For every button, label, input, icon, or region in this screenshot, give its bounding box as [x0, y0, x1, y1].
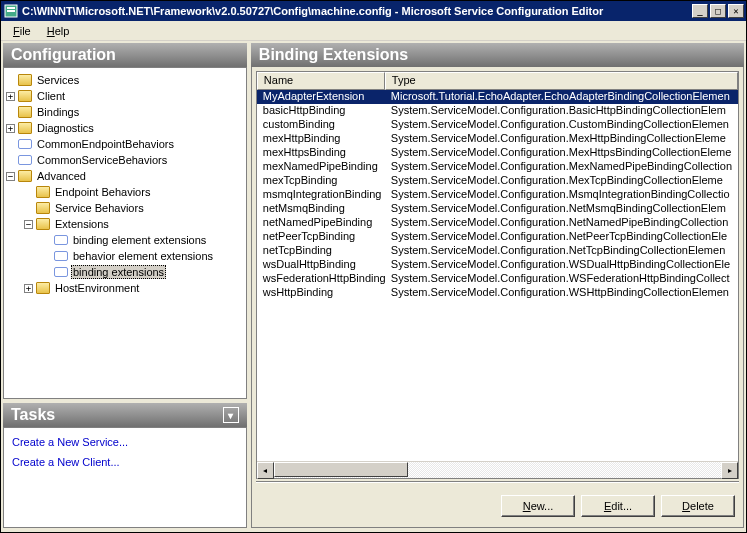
list-row[interactable]: msmqIntegrationBindingSystem.ServiceMode…	[257, 188, 738, 202]
list-row[interactable]: wsFederationHttpBindingSystem.ServiceMod…	[257, 272, 738, 286]
expander-icon[interactable]: +	[6, 124, 15, 133]
cell-name: mexHttpBinding	[257, 132, 385, 146]
cell-type: System.ServiceModel.Configuration.MexHtt…	[385, 146, 738, 160]
collapse-icon[interactable]: −	[24, 220, 33, 229]
folder-icon	[36, 282, 50, 294]
svg-rect-2	[7, 10, 15, 12]
cell-type: System.ServiceModel.Configuration.MsmqIn…	[385, 188, 738, 202]
list-row[interactable]: wsHttpBindingSystem.ServiceModel.Configu…	[257, 286, 738, 300]
cell-name: wsHttpBinding	[257, 286, 385, 300]
tree-service-behaviors[interactable]: Service Behaviors	[24, 200, 244, 216]
cell-name: netTcpBinding	[257, 244, 385, 258]
expander-icon[interactable]: +	[6, 92, 15, 101]
expander-icon[interactable]: +	[24, 284, 33, 293]
button-row: New... Edit... Delete	[256, 487, 739, 523]
cell-name: mexTcpBinding	[257, 174, 385, 188]
close-button[interactable]: ✕	[728, 4, 744, 18]
folder-icon	[18, 90, 32, 102]
list-row[interactable]: mexNamedPipeBindingSystem.ServiceModel.C…	[257, 160, 738, 174]
cell-name: netMsmqBinding	[257, 202, 385, 216]
folder-icon	[18, 106, 32, 118]
collapse-icon[interactable]: −	[6, 172, 15, 181]
cell-name: MyAdapterExtension	[257, 90, 385, 104]
list-row[interactable]: mexHttpsBindingSystem.ServiceModel.Confi…	[257, 146, 738, 160]
tree-bindings[interactable]: Bindings	[6, 104, 244, 120]
cell-type: System.ServiceModel.Configuration.MexNam…	[385, 160, 738, 174]
right-panel-title: Binding Extensions	[259, 46, 408, 64]
list-row[interactable]: MyAdapterExtensionMicrosoft.Tutorial.Ech…	[257, 90, 738, 104]
list-row[interactable]: mexHttpBindingSystem.ServiceModel.Config…	[257, 132, 738, 146]
cell-type: System.ServiceModel.Configuration.NetTcp…	[385, 244, 738, 258]
tree-common-endpoint-behaviors[interactable]: CommonEndpointBehaviors	[6, 136, 244, 152]
menu-help[interactable]: Help	[41, 23, 76, 39]
tree-endpoint-behaviors[interactable]: Endpoint Behaviors	[24, 184, 244, 200]
tree-binding-extensions[interactable]: binding extensions	[42, 264, 244, 280]
list-row[interactable]: wsDualHttpBindingSystem.ServiceModel.Con…	[257, 258, 738, 272]
node-icon	[54, 251, 68, 261]
list-row[interactable]: netPeerTcpBindingSystem.ServiceModel.Con…	[257, 230, 738, 244]
scroll-thumb[interactable]	[274, 462, 408, 477]
new-button[interactable]: New...	[501, 495, 575, 517]
cell-name: basicHttpBinding	[257, 104, 385, 118]
task-new-service[interactable]: Create a New Service...	[6, 432, 244, 452]
svg-rect-1	[7, 7, 15, 9]
list-row[interactable]: basicHttpBindingSystem.ServiceModel.Conf…	[257, 104, 738, 118]
cell-type: System.ServiceModel.Configuration.NetMsm…	[385, 202, 738, 216]
folder-icon	[36, 202, 50, 214]
configuration-tree[interactable]: Services +Client Bindings +Diagnostics C…	[3, 67, 247, 399]
titlebar: C:\WINNT\Microsoft.NET\Framework\v2.0.50…	[1, 1, 746, 21]
col-header-name[interactable]: Name	[257, 72, 385, 90]
tree-common-service-behaviors[interactable]: CommonServiceBehaviors	[6, 152, 244, 168]
list-row[interactable]: netTcpBindingSystem.ServiceModel.Configu…	[257, 244, 738, 258]
folder-icon	[18, 122, 32, 134]
list-header: Name Type	[257, 72, 738, 90]
cell-name: msmqIntegrationBinding	[257, 188, 385, 202]
chevron-down-icon[interactable]: ▾	[223, 407, 239, 423]
delete-button[interactable]: Delete	[661, 495, 735, 517]
binding-extensions-list[interactable]: Name Type MyAdapterExtensionMicrosoft.Tu…	[256, 71, 739, 479]
node-icon	[18, 155, 32, 165]
configuration-header: Configuration	[3, 43, 247, 67]
cell-name: netPeerTcpBinding	[257, 230, 385, 244]
window-title: C:\WINNT\Microsoft.NET\Framework\v2.0.50…	[22, 5, 692, 17]
tree-behavior-element-extensions[interactable]: behavior element extensions	[42, 248, 244, 264]
cell-name: wsDualHttpBinding	[257, 258, 385, 272]
tree-services[interactable]: Services	[6, 72, 244, 88]
scroll-left-icon[interactable]: ◂	[257, 462, 274, 479]
col-header-type[interactable]: Type	[385, 72, 738, 90]
list-row[interactable]: netNamedPipeBindingSystem.ServiceModel.C…	[257, 216, 738, 230]
node-icon	[54, 235, 68, 245]
task-new-client[interactable]: Create a New Client...	[6, 452, 244, 472]
folder-icon	[18, 74, 32, 86]
tree-host-environment[interactable]: +HostEnvironment	[24, 280, 244, 296]
scroll-right-icon[interactable]: ▸	[721, 462, 738, 479]
cell-type: System.ServiceModel.Configuration.Custom…	[385, 118, 738, 132]
tree-advanced[interactable]: −Advanced	[6, 168, 244, 184]
list-row[interactable]: netMsmqBindingSystem.ServiceModel.Config…	[257, 202, 738, 216]
minimize-button[interactable]: _	[692, 4, 708, 18]
tree-extensions[interactable]: −Extensions	[24, 216, 244, 232]
folder-icon	[18, 170, 32, 182]
cell-name: customBinding	[257, 118, 385, 132]
cell-type: System.ServiceModel.Configuration.MexTcp…	[385, 174, 738, 188]
horizontal-scrollbar[interactable]: ◂ ▸	[257, 461, 738, 478]
maximize-button[interactable]: □	[710, 4, 726, 18]
tree-diagnostics[interactable]: +Diagnostics	[6, 120, 244, 136]
node-icon	[54, 267, 68, 277]
tasks-body: Create a New Service... Create a New Cli…	[3, 427, 247, 528]
menubar: File Help	[1, 21, 746, 41]
tree-binding-element-extensions[interactable]: binding element extensions	[42, 232, 244, 248]
right-panel-header: Binding Extensions	[251, 43, 744, 67]
list-row[interactable]: customBindingSystem.ServiceModel.Configu…	[257, 118, 738, 132]
edit-button[interactable]: Edit...	[581, 495, 655, 517]
cell-name: netNamedPipeBinding	[257, 216, 385, 230]
cell-type: System.ServiceModel.Configuration.BasicH…	[385, 104, 738, 118]
menu-file[interactable]: File	[7, 23, 37, 39]
separator	[256, 481, 739, 483]
tree-client[interactable]: +Client	[6, 88, 244, 104]
folder-icon	[36, 218, 50, 230]
cell-type: System.ServiceModel.Configuration.NetPee…	[385, 230, 738, 244]
scroll-track[interactable]	[274, 462, 721, 478]
list-row[interactable]: mexTcpBindingSystem.ServiceModel.Configu…	[257, 174, 738, 188]
cell-type: System.ServiceModel.Configuration.NetNam…	[385, 216, 738, 230]
